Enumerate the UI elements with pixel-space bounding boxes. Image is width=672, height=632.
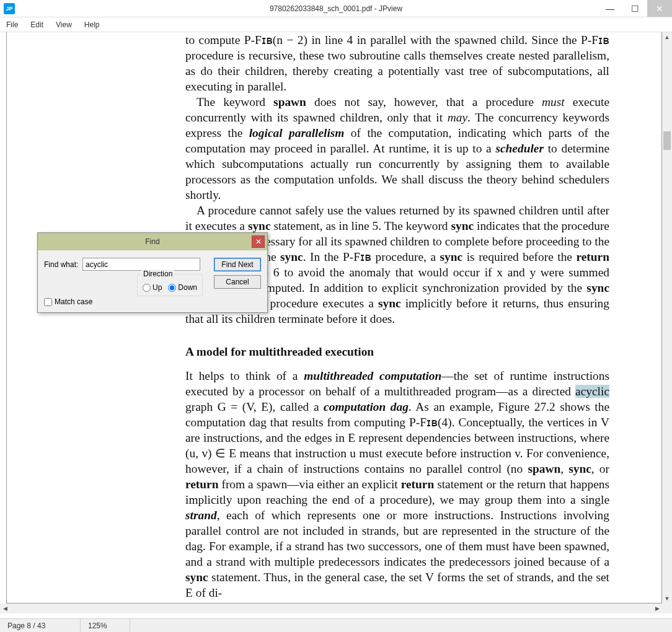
scroll-right-arrow-icon[interactable]: ▶ [652, 603, 662, 613]
app-icon: JP [4, 3, 15, 14]
window-controls: — ☐ ✕ [598, 0, 672, 17]
vertical-scrollbar[interactable]: ▲ ▼ [662, 32, 672, 603]
window-title: 9780262033848_sch_0001.pdf - JPview [0, 4, 672, 13]
find-what-label: Find what: [44, 260, 82, 269]
find-dialog: Find ✕ Find what: Find Next Cancel Direc… [37, 232, 268, 313]
direction-label: Direction [141, 270, 174, 278]
search-highlight: acyclic [575, 385, 609, 398]
scroll-corner [662, 603, 672, 613]
menu-view[interactable]: View [50, 20, 78, 29]
menubar: File Edit View Help [0, 17, 672, 32]
horizontal-scrollbar[interactable]: ◀ ▶ [0, 603, 662, 613]
document-page: to compute P-Fɪʙ(n − 2) in line 4 in par… [6, 32, 662, 603]
menu-edit[interactable]: Edit [24, 20, 50, 29]
statusbar: Page 8 / 43 125% [0, 618, 672, 632]
document-text: to compute P-Fɪʙ(n − 2) in line 4 in par… [185, 32, 609, 600]
scroll-up-arrow-icon[interactable]: ▲ [662, 32, 672, 42]
status-zoom: 125% [81, 619, 130, 632]
scroll-thumb[interactable] [663, 131, 671, 150]
paragraph: It helps to think of a multithreaded com… [185, 368, 609, 600]
titlebar: JP 9780262033848_sch_0001.pdf - JPview —… [0, 0, 672, 17]
find-dialog-titlebar[interactable]: Find ✕ [38, 233, 267, 250]
maximize-button[interactable]: ☐ [622, 0, 647, 17]
close-icon: ✕ [255, 237, 262, 246]
radio-down[interactable] [168, 284, 176, 292]
cancel-button[interactable]: Cancel [214, 275, 261, 289]
match-case-checkbox[interactable]: Match case [44, 297, 92, 306]
minimize-button[interactable]: — [598, 0, 622, 17]
find-dialog-title: Find [38, 237, 267, 246]
direction-up-radio[interactable]: Up [143, 283, 162, 292]
paragraph: The keyword spawn does not say, however,… [185, 94, 609, 203]
direction-down-label: Down [178, 283, 197, 292]
direction-group: Direction Up Down [137, 274, 203, 296]
menu-file[interactable]: File [0, 20, 24, 29]
radio-up[interactable] [143, 284, 151, 292]
section-heading: A model for multithreaded execution [185, 344, 609, 359]
scroll-left-arrow-icon[interactable]: ◀ [0, 603, 10, 613]
content-area: to compute P-Fɪʙ(n − 2) in line 4 in par… [0, 32, 672, 613]
find-dialog-body: Find what: Find Next Cancel Direction Up… [38, 250, 267, 312]
find-next-button[interactable]: Find Next [214, 258, 261, 271]
find-close-button[interactable]: ✕ [252, 235, 265, 248]
direction-up-label: Up [153, 283, 162, 292]
match-case-input[interactable] [44, 298, 52, 306]
paragraph: to compute P-Fɪʙ(n − 2) in line 4 in par… [185, 32, 609, 94]
find-what-input[interactable] [82, 258, 200, 271]
status-page: Page 8 / 43 [0, 619, 81, 632]
close-button[interactable]: ✕ [647, 0, 672, 17]
direction-down-radio[interactable]: Down [168, 283, 197, 292]
scroll-down-arrow-icon[interactable]: ▼ [662, 594, 672, 603]
menu-help[interactable]: Help [78, 20, 106, 29]
match-case-label: Match case [55, 297, 92, 306]
